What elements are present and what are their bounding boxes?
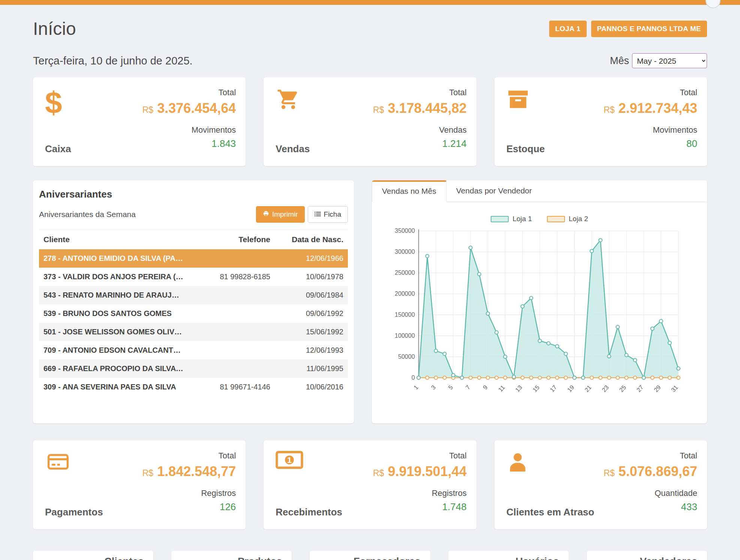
chart-legend: Loja 1 Loja 2	[372, 215, 707, 223]
store-badge-company: PANNOS E PANNOS LTDA ME	[591, 21, 707, 37]
birthday-row[interactable]: 669 - RAFAELA PROCOPIO DA SILVA CA…11/06…	[39, 359, 348, 378]
svg-text:9: 9	[481, 384, 488, 391]
birthdays-title: Aniversariantes	[39, 189, 348, 200]
total-value: R$ 3.376.454,64	[142, 100, 236, 116]
store-badges: LOJA 1 PANNOS E PANNOS LTDA ME	[549, 21, 707, 37]
count-label: Registros	[373, 488, 467, 498]
stat-card-vendas: Vendas Total R$ 3.178.445,82 Vendas 1.21…	[264, 77, 476, 166]
total-value: R$ 2.912.734,43	[604, 100, 697, 116]
svg-text:200000: 200000	[395, 290, 415, 297]
svg-text:29: 29	[652, 384, 662, 393]
total-value: R$ 1.842.548,77	[142, 464, 236, 479]
dashboard: Início LOJA 1 PANNOS E PANNOS LTDA ME Te…	[0, 18, 740, 560]
svg-text:27: 27	[635, 384, 644, 393]
stat-card-pagamentos: Pagamentos Total R$ 1.842.548,77 Registr…	[33, 440, 246, 529]
cart-icon	[276, 88, 310, 118]
stat-card-clientes-atraso: Clientes em Atraso Total R$ 5.076.869,67…	[494, 440, 707, 529]
loja1-swatch	[491, 216, 509, 222]
svg-text:3: 3	[430, 384, 437, 391]
total-label: Total	[373, 88, 467, 97]
svg-text:5: 5	[447, 384, 454, 391]
footer-card-clientes: Clientes	[33, 551, 153, 560]
tab-vendas-por-vendedor[interactable]: Vendas por Vendedor	[446, 180, 542, 202]
sales-area-chart: 0500001000001500002000002500003000003500…	[376, 225, 698, 406]
total-label: Total	[604, 451, 697, 461]
column-cliente: Cliente	[43, 235, 190, 244]
user-avatar[interactable]	[706, 0, 721, 8]
current-date: Terça-feira, 10 de junho de 2025.	[33, 55, 193, 67]
column-nascimento: Data de Nasc.	[270, 235, 343, 244]
month-select[interactable]: May - 2025	[632, 53, 707, 68]
footer-card-label: Usuários	[458, 556, 559, 560]
store-badge-loja1: LOJA 1	[549, 21, 587, 37]
total-value: R$ 5.076.869,67	[604, 464, 697, 479]
count-value: 433	[604, 501, 697, 513]
column-telefone: Telefone	[190, 235, 270, 244]
svg-text:1: 1	[287, 455, 292, 465]
loja2-swatch	[547, 216, 565, 222]
total-label: Total	[373, 451, 467, 461]
svg-text:23: 23	[601, 384, 610, 393]
count-label: Vendas	[373, 125, 467, 135]
month-label: Mês	[610, 55, 629, 67]
person-icon	[506, 451, 595, 481]
footer-card-produtos: Produtos	[171, 551, 292, 560]
total-label: Total	[142, 88, 236, 97]
footer-card-vendedores: Vendedores	[587, 551, 707, 560]
svg-text:7: 7	[464, 384, 471, 391]
birthday-row[interactable]: 539 - BRUNO DOS SANTOS GOMES09/06/1992	[39, 304, 348, 323]
birthday-table-body: 278 - ANTONIO EMIDIO DA SILVA (PALE…12/0…	[39, 249, 348, 396]
footer-card-usuários: Usuários	[448, 551, 569, 560]
ficha-button[interactable]: Ficha	[308, 206, 348, 223]
svg-text:50000: 50000	[398, 353, 415, 360]
stat-card-name: Pagamentos	[45, 506, 103, 520]
stat-cards-bottom: Pagamentos Total R$ 1.842.548,77 Registr…	[33, 440, 707, 529]
count-label: Movimentos	[142, 125, 236, 135]
count-value: 126	[142, 501, 236, 513]
footer-cards: ClientesProdutosFornecedoresUsuáriosVend…	[33, 551, 707, 560]
count-label: Registros	[142, 488, 236, 498]
banknote-icon: 1	[276, 451, 342, 481]
count-value: 80	[604, 138, 697, 150]
tab-vendas-no-mes[interactable]: Vendas no Mês	[372, 180, 446, 202]
birthday-row[interactable]: 543 - RENATO MARINHO DE ARAUJO (F…09/06/…	[39, 286, 348, 304]
total-value: R$ 3.178.445,82	[373, 100, 467, 116]
total-label: Total	[604, 88, 697, 97]
print-button[interactable]: Imprimir	[256, 206, 305, 223]
svg-text:11: 11	[497, 384, 506, 393]
svg-text:15: 15	[531, 384, 541, 393]
stat-card-name: Caixa	[45, 143, 71, 156]
count-value: 1.843	[142, 138, 236, 150]
birthday-row[interactable]: 709 - ANTONIO EDSON CAVALCANTE D…12/06/1…	[39, 341, 348, 359]
count-value: 1.748	[373, 501, 467, 513]
stat-card-estoque: Estoque Total R$ 2.912.734,43 Movimentos…	[494, 77, 707, 166]
svg-text:0: 0	[412, 374, 415, 381]
svg-text:100000: 100000	[395, 332, 415, 339]
box-icon	[506, 88, 545, 118]
birthday-row[interactable]: 373 - VALDIR DOS ANJOS PEREIRA (AN…81 99…	[39, 268, 348, 286]
stat-card-recebimentos: 1 Recebimentos Total R$ 9.919.501,44 Reg…	[264, 440, 476, 529]
birthday-row[interactable]: 501 - JOSE WELISSON GOMES OLIVEIR…15/06/…	[39, 323, 348, 341]
sales-chart-card: Vendas no Mês Vendas por Vendedor Loja 1…	[372, 180, 707, 423]
svg-text:25: 25	[618, 384, 627, 393]
birthday-row[interactable]: 309 - ANA SEVERINA PAES DA SILVA81 99671…	[39, 378, 348, 396]
total-value: R$ 9.919.501,44	[373, 464, 467, 479]
svg-text:17: 17	[548, 384, 558, 393]
svg-text:13: 13	[514, 384, 523, 393]
list-icon	[315, 210, 321, 219]
legend-loja1: Loja 1	[491, 215, 532, 223]
svg-text:1: 1	[412, 384, 419, 391]
chart-tabs: Vendas no Mês Vendas por Vendedor	[372, 180, 707, 202]
dollar-icon: $	[45, 88, 71, 118]
stat-card-name: Clientes em Atraso	[506, 506, 595, 520]
page-title: Início	[33, 18, 76, 39]
birthday-table-header: Cliente Telefone Data de Nasc.	[39, 230, 348, 249]
birthday-row[interactable]: 278 - ANTONIO EMIDIO DA SILVA (PALE…12/0…	[39, 249, 348, 268]
svg-text:150000: 150000	[395, 311, 415, 318]
stat-card-caixa: $ Caixa Total R$ 3.376.454,64 Movimentos…	[33, 77, 246, 166]
birthday-table: Cliente Telefone Data de Nasc. 278 - ANT…	[39, 229, 348, 396]
birthdays-subtitle: Aniversariantes da Semana	[39, 210, 136, 219]
svg-text:21: 21	[583, 384, 593, 393]
footer-card-label: Vendedores	[596, 556, 697, 560]
svg-text:31: 31	[670, 384, 679, 393]
